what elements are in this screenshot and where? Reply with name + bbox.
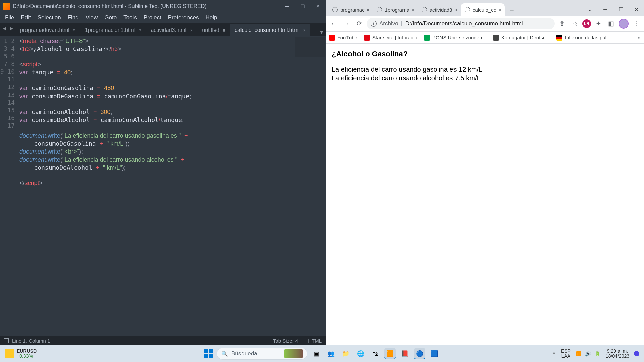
taskbar-widgets[interactable]: EURUSD +0.33% xyxy=(0,349,37,359)
tab-close-icon[interactable]: × xyxy=(454,7,457,13)
close-button[interactable]: ✕ xyxy=(310,0,326,13)
tab-close-icon[interactable]: × xyxy=(139,27,141,33)
sublime-window: D:\Info\Documents\calculo_consumo.html.h… xyxy=(0,0,326,345)
sublime-tab[interactable]: actividad3.html× xyxy=(146,24,197,36)
avatar[interactable] xyxy=(619,19,629,29)
code-area[interactable]: <meta charset="UTF-8"> <h3>¿Alcohol o Ga… xyxy=(19,36,326,336)
forward-button[interactable]: → xyxy=(341,18,352,29)
sublime-tab[interactable]: 1programacion1.html× xyxy=(80,24,146,36)
bookmark-item[interactable]: Konjugator | Deutsc... xyxy=(493,35,550,41)
chrome-tabsearch-icon[interactable]: ⌄ xyxy=(582,3,598,16)
app-explorer-icon[interactable]: 📁 xyxy=(340,348,352,359)
app-sublime-icon[interactable]: 🟧 xyxy=(384,348,396,359)
bookmark-item[interactable]: PONS Übersetzungen... xyxy=(424,35,486,41)
clock[interactable]: 9:29 a. m. 18/04/2023 xyxy=(606,349,629,359)
reload-button[interactable]: ⟳ xyxy=(354,18,365,29)
chrome-maximize-button[interactable]: ☐ xyxy=(613,3,629,16)
app-acrobat-icon[interactable]: 📕 xyxy=(399,348,411,359)
menu-project[interactable]: Project xyxy=(141,14,164,22)
language-indicator[interactable]: ESP LAA xyxy=(561,349,571,359)
menu-help[interactable]: Help xyxy=(202,14,220,22)
bookmark-item[interactable]: Startseite | Inforadio xyxy=(364,35,417,41)
omnibox-sep: | xyxy=(401,20,402,27)
minimize-button[interactable]: ─ xyxy=(279,0,295,13)
menu-view[interactable]: View xyxy=(83,14,101,22)
tab-close-icon[interactable]: × xyxy=(498,7,501,13)
nav-fwd-icon[interactable]: ► xyxy=(9,25,15,32)
back-button[interactable]: ← xyxy=(328,18,339,29)
search-icon: 🔍 xyxy=(221,351,228,357)
taskbar-search[interactable]: 🔍 Búsqueda xyxy=(217,348,307,360)
profile-badge[interactable]: LR xyxy=(582,19,591,28)
tab-close-icon[interactable]: × xyxy=(303,27,306,33)
menu-selection[interactable]: Selection xyxy=(35,14,64,22)
stock-change: +0.33% xyxy=(17,354,37,359)
sublime-statusbar: Line 1, Column 1 Tab Size: 4 HTML xyxy=(0,336,326,345)
dirty-dot-icon xyxy=(223,29,225,32)
app-word-icon[interactable]: 🟦 xyxy=(429,348,440,359)
chrome-toolbar: ← → ⟳ i Archivo | D:/Info/Documents/calc… xyxy=(326,16,644,32)
tab-close-icon[interactable]: × xyxy=(411,7,414,13)
sublime-tab[interactable]: programaduvan.html× xyxy=(15,24,80,36)
nav-back-icon[interactable]: ◄ xyxy=(1,25,7,32)
omnibox[interactable]: i Archivo | D:/Info/Documents/calculo_co… xyxy=(367,18,555,29)
notification-icon[interactable] xyxy=(634,351,639,356)
start-button[interactable] xyxy=(204,349,213,358)
menu-edit[interactable]: Edit xyxy=(18,14,34,22)
sublime-tab[interactable]: calculo_consumo.html.html× xyxy=(230,24,310,36)
volume-icon[interactable]: 🔊 xyxy=(585,351,591,357)
status-position[interactable]: Line 1, Column 1 xyxy=(12,338,50,344)
chrome-tab[interactable]: 1programa× xyxy=(373,3,417,16)
favicon-icon xyxy=(332,7,338,12)
battery-icon[interactable]: 🔋 xyxy=(595,351,601,357)
bookmark-item[interactable]: Inflexión de las pal... xyxy=(556,35,611,41)
panel-toggle-icon[interactable] xyxy=(4,338,9,343)
tab-close-icon[interactable]: × xyxy=(190,27,193,33)
menu-file[interactable]: File xyxy=(2,14,17,22)
sublime-tabbar: ◄ ► programaduvan.html×1programacion1.ht… xyxy=(0,23,326,36)
chrome-tabstrip: programac×1programa×actividad3×calculo_c… xyxy=(326,0,644,16)
chrome-tab[interactable]: programac× xyxy=(328,3,373,16)
sublime-tab[interactable]: untitled xyxy=(197,24,230,36)
bookmark-item[interactable]: YouTube xyxy=(329,35,357,41)
bookmark-favicon-icon xyxy=(364,35,370,41)
wifi-icon[interactable]: 📶 xyxy=(575,351,582,357)
chrome-close-button[interactable]: ✕ xyxy=(629,3,644,16)
new-tab-button[interactable]: ＋ xyxy=(310,28,316,36)
status-lang[interactable]: HTML xyxy=(308,338,322,344)
tab-dropdown-icon[interactable]: ▼ xyxy=(319,29,324,35)
sublime-titlebar[interactable]: D:\Info\Documents\calculo_consumo.html.h… xyxy=(0,0,326,13)
menu-tools[interactable]: Tools xyxy=(120,14,140,22)
chrome-minimize-button[interactable]: ─ xyxy=(598,3,613,16)
maximize-button[interactable]: ☐ xyxy=(295,0,310,13)
minimap[interactable] xyxy=(295,37,325,57)
tab-close-icon[interactable]: × xyxy=(367,7,370,13)
chrome-menu-icon[interactable]: ⋮ xyxy=(631,18,641,29)
sidepanel-icon[interactable]: ◧ xyxy=(606,18,616,29)
bookmark-star-icon[interactable]: ☆ xyxy=(570,18,580,29)
app-edge-icon[interactable]: 🌐 xyxy=(355,348,366,359)
app-teams-icon[interactable]: 👥 xyxy=(325,348,337,359)
page-heading: ¿Alcohol o Gasolina? xyxy=(332,50,638,58)
app-chrome-icon[interactable]: 🔵 xyxy=(414,348,425,359)
bookmark-favicon-icon xyxy=(424,35,430,41)
menu-preferences[interactable]: Preferences xyxy=(165,14,202,22)
menu-find[interactable]: Find xyxy=(65,14,82,22)
extensions-icon[interactable]: ✦ xyxy=(593,18,604,29)
line-gutter: 1 2 3 4 5 6 7 8 9 10 11 12 13 14 15 16 1… xyxy=(0,36,19,336)
tab-close-icon[interactable]: × xyxy=(73,27,75,33)
share-icon[interactable]: ⇪ xyxy=(557,18,568,29)
bookmark-favicon-icon xyxy=(556,35,562,41)
chrome-tab[interactable]: calculo_co× xyxy=(461,3,505,16)
bookmarks-overflow-icon[interactable]: » xyxy=(638,35,641,40)
page-line-1: La eficiencia del carro usando gasolina … xyxy=(332,65,638,74)
chrome-tab[interactable]: actividad3× xyxy=(418,3,461,16)
task-view-icon[interactable]: ▣ xyxy=(311,348,322,359)
stock-symbol: EURUSD xyxy=(17,349,37,354)
site-info-icon[interactable]: i xyxy=(371,21,377,27)
tray-overflow-icon[interactable]: ＾ xyxy=(552,351,556,357)
menu-goto[interactable]: Goto xyxy=(101,14,120,22)
chrome-new-tab-button[interactable]: + xyxy=(507,6,517,16)
status-tabsize[interactable]: Tab Size: 4 xyxy=(273,338,298,344)
app-store-icon[interactable]: 🛍 xyxy=(370,348,381,359)
